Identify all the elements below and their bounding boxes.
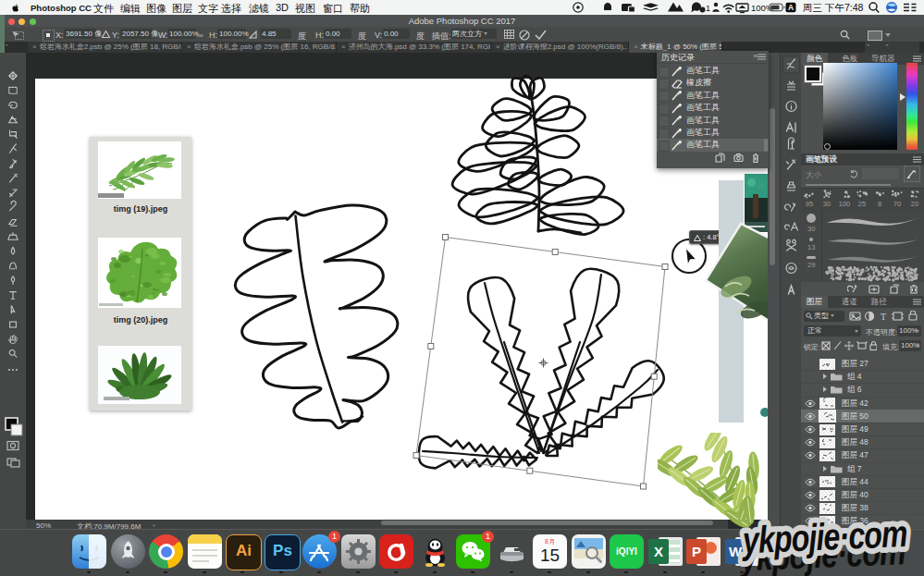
svg-text:T: T [881, 312, 886, 322]
svg-text:ykpojie·com: ykpojie·com [740, 512, 908, 561]
svg-text:13: 13 [807, 243, 815, 251]
svg-text:A: A [788, 3, 794, 12]
svg-text:1: 1 [706, 4, 710, 13]
svg-text:29: 29 [807, 261, 815, 269]
svg-text:30: 30 [807, 225, 815, 233]
svg-text:周三 下午7:48: 周三 下午7:48 [803, 2, 864, 13]
